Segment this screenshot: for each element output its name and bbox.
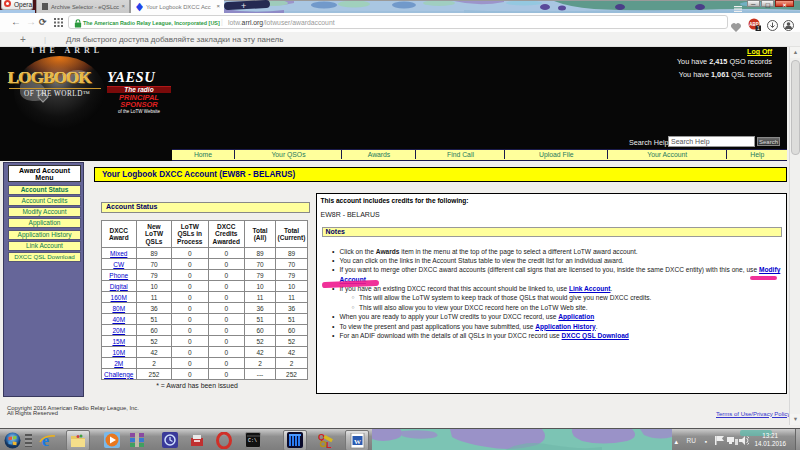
svg-text:e: e [42,432,49,449]
svg-text:W: W [354,438,361,446]
svg-text:C:\: C:\ [248,438,257,444]
